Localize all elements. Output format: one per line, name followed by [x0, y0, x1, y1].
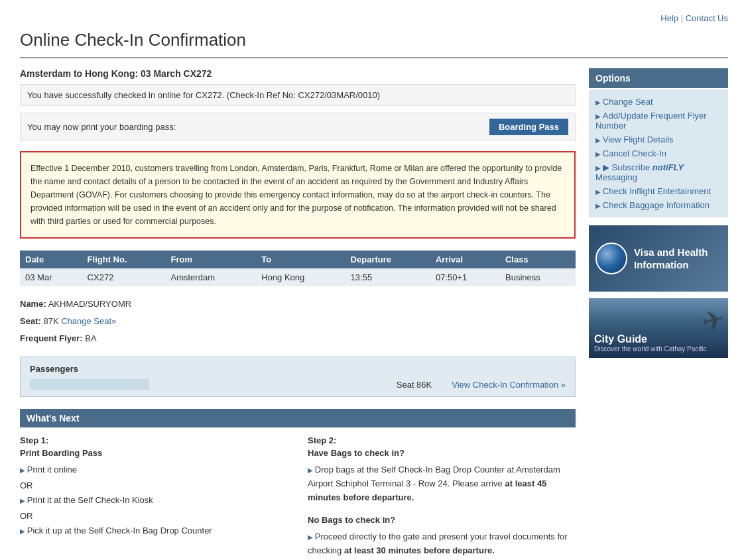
cell-to: Hong Kong: [256, 268, 345, 286]
step1-subtitle: Print Boarding Pass: [20, 448, 288, 458]
col-from: From: [166, 251, 257, 268]
cell-class: Business: [500, 268, 576, 286]
step1-list2: Print it at the Self Check-In Kiosk: [20, 492, 288, 509]
step1-list: Print it online: [20, 462, 288, 478]
step1-title: Step 1:: [20, 435, 288, 445]
change-seat-link[interactable]: Change Seat»: [61, 316, 116, 326]
step-2: Step 2: Have Bags to check in? Drop bags…: [308, 435, 576, 559]
no-bags-info: Proceed directly to the gate and present…: [308, 529, 576, 559]
seat-value: 87K: [43, 316, 58, 326]
no-bags-bold: at least 30 minutes before departure.: [344, 545, 495, 555]
page-title: Online Check-In Confirmation: [20, 30, 728, 58]
cell-date: 03 Mar: [20, 268, 82, 286]
flight-header: Amsterdam to Hong Kong: 03 March CX272: [20, 68, 576, 79]
cell-from: Amsterdam: [166, 268, 257, 286]
col-flight: Flight No.: [82, 251, 166, 268]
passenger-seat: Seat 86K: [397, 380, 432, 390]
whats-next-header: What's Next: [20, 409, 576, 427]
step-1: Step 1: Print Boarding Pass Print it onl…: [20, 435, 288, 559]
sidebar-change-seat[interactable]: Change Seat: [595, 95, 721, 109]
step1-item-kiosk: Print it at the Self Check-In Kiosk: [20, 492, 288, 509]
step1-list3: Pick it up at the Self Check-In Bag Drop…: [20, 523, 288, 539]
main-content: Amsterdam to Hong Kong: 03 March CX272 Y…: [20, 68, 576, 559]
col-arrival: Arrival: [430, 251, 500, 268]
sidebar-check-baggage[interactable]: Check Baggage Information: [595, 198, 721, 212]
sidebar: Options Change Seat Add/Update Frequent …: [589, 68, 728, 559]
help-link[interactable]: Help: [660, 13, 678, 23]
divider: |: [681, 13, 683, 23]
options-list: Change Seat Add/Update Frequent Flyer Nu…: [589, 89, 728, 217]
name-label: Name:: [20, 299, 46, 309]
seat-label: Seat:: [20, 316, 41, 326]
passengers-section: Passengers Seat 86K View Check-In Confir…: [20, 357, 576, 397]
passengers-header: Passengers: [30, 364, 566, 374]
cell-departure: 13:55: [345, 268, 430, 286]
boarding-pass-row: You may now print your boarding pass: Bo…: [20, 113, 576, 141]
step2-drop-info: Drop bags at the Self Check-In Bag Drop …: [308, 462, 576, 506]
options-header: Options: [589, 68, 728, 88]
col-to: To: [256, 251, 345, 268]
step2-subtitle: Have Bags to check in?: [308, 448, 576, 458]
plane-icon: ✈: [699, 302, 728, 337]
sidebar-check-inflight[interactable]: Check Inflight Entertainment: [595, 184, 721, 198]
city-guide-text: City Guide Discover the world with Catha…: [594, 333, 707, 353]
passenger-name-blurred: [30, 379, 149, 390]
step2-title: Step 2:: [308, 435, 576, 445]
col-departure: Departure: [345, 251, 430, 268]
ff-label: Frequent Flyer:: [20, 333, 83, 343]
top-links: Help | Contact Us: [20, 13, 728, 23]
steps-row: Step 1: Print Boarding Pass Print it onl…: [20, 435, 576, 559]
step1-or1: OR: [20, 480, 288, 490]
sidebar-subscribe-notify[interactable]: ▶ Subscribe notiFLY Messaging: [595, 160, 721, 184]
ff-value: BA: [85, 333, 96, 343]
flight-table: Date Flight No. From To Departure Arriva…: [20, 251, 576, 286]
col-class: Class: [500, 251, 576, 268]
city-guide-banner[interactable]: ✈ City Guide Discover the world with Cat…: [589, 298, 728, 358]
notice-box: Effective 1 December 2010, customers tra…: [20, 151, 576, 239]
contact-link[interactable]: Contact Us: [686, 13, 728, 23]
city-guide-title: City Guide: [594, 333, 707, 345]
sidebar-view-flight[interactable]: View Flight Details: [595, 133, 721, 146]
visa-banner-text: Visa and Health Information: [634, 246, 721, 272]
boarding-label: You may now print your boarding pass:: [27, 122, 176, 132]
visa-banner[interactable]: Visa and Health Information: [589, 225, 728, 292]
cell-flight: CX272: [82, 268, 166, 286]
step1-item-pickup: Pick it up at the Self Check-In Bag Drop…: [20, 523, 288, 539]
passenger-info: Name: AKHMAD/SURYOMR Seat: 87K Change Se…: [20, 296, 576, 347]
step2-bags-list: Drop bags at the Self Check-In Bag Drop …: [308, 462, 576, 506]
oneworld-logo: [595, 243, 627, 274]
boarding-pass-button[interactable]: Boarding Pass: [489, 119, 568, 135]
passenger-row: Seat 86K View Check-In Confirmation »: [30, 379, 566, 390]
col-date: Date: [20, 251, 82, 268]
cell-arrival: 07:50+1: [430, 268, 500, 286]
no-bags-title: No Bags to check in?: [308, 515, 576, 525]
sidebar-add-ff[interactable]: Add/Update Frequent Flyer Number: [595, 109, 721, 133]
no-bags-list: Proceed directly to the gate and present…: [308, 529, 576, 559]
view-checkin-link[interactable]: View Check-In Confirmation »: [452, 380, 566, 390]
city-guide-subtitle: Discover the world with Cathay Pacific: [594, 345, 707, 353]
success-message: You have successfully checked in online …: [20, 84, 576, 106]
step1-or2: OR: [20, 511, 288, 521]
table-row: 03 Mar CX272 Amsterdam Hong Kong 13:55 0…: [20, 268, 576, 286]
step1-item-print: Print it online: [20, 462, 288, 478]
name-value: AKHMAD/SURYOMR: [48, 299, 131, 309]
sidebar-cancel-checkin[interactable]: Cancel Check-In: [595, 146, 721, 160]
